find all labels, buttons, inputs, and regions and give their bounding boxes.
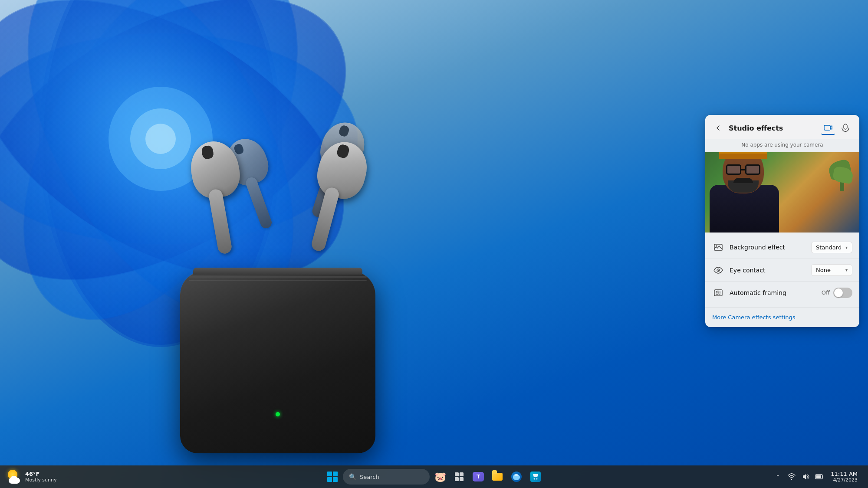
weather-description: Mostly sunny	[25, 477, 56, 483]
wifi-icon-button[interactable]	[786, 471, 798, 483]
svg-rect-27	[460, 477, 464, 481]
panel-title: Studio effects	[729, 124, 817, 132]
more-settings-link[interactable]: More Camera effects settings	[712, 314, 795, 321]
back-button[interactable]	[712, 122, 724, 134]
svg-rect-15	[824, 125, 830, 130]
svg-rect-26	[455, 477, 459, 481]
wifi-icon	[788, 473, 796, 480]
task-view-icon	[454, 472, 464, 481]
task-view-button[interactable]	[450, 468, 468, 485]
desktop: Studio effects No apps are	[0, 0, 868, 488]
battery-icon	[815, 474, 824, 479]
eye-contact-value: None	[816, 267, 831, 273]
taskbar: 46°F Mostly sunny 🔍 Sea	[0, 465, 868, 488]
taskbar-center: 🔍 Search 🐷 T	[324, 468, 544, 485]
svg-point-28	[534, 478, 535, 480]
airpods-buds	[182, 132, 373, 280]
automatic-framing-off-label: Off	[822, 289, 830, 296]
background-effect-row: Background effect Standard ▾	[705, 236, 859, 259]
airpods-case	[180, 271, 375, 453]
toggle-knob	[834, 288, 843, 297]
svg-rect-16	[844, 124, 847, 129]
volume-icon-button[interactable]	[799, 471, 812, 483]
camera-icon-button[interactable]	[821, 121, 835, 135]
file-explorer-button[interactable]	[489, 468, 506, 485]
weather-temperature: 46°F	[25, 471, 56, 477]
panel-header: Studio effects	[705, 115, 859, 139]
svg-rect-25	[460, 472, 464, 476]
search-bar[interactable]: 🔍 Search	[343, 469, 430, 485]
game-icon-button[interactable]: 🐷	[431, 468, 449, 485]
background-effect-dropdown[interactable]: Standard ▾	[811, 242, 852, 253]
eye-contact-dropdown[interactable]: None ▾	[811, 264, 852, 276]
store-icon	[530, 472, 541, 482]
eye-contact-icon	[712, 264, 724, 276]
background-effect-label: Background effect	[730, 244, 811, 251]
background-effect-chevron: ▾	[845, 245, 848, 250]
eye-contact-label: Eye contact	[730, 267, 811, 274]
automatic-framing-icon	[712, 287, 724, 299]
pig-icon: 🐷	[434, 472, 446, 482]
header-icons	[821, 121, 852, 135]
search-label: Search	[360, 474, 379, 480]
edge-button[interactable]	[508, 468, 525, 485]
chevron-up-icon: ^	[776, 474, 780, 480]
svg-rect-32	[816, 475, 821, 478]
battery-icon-button[interactable]	[813, 471, 825, 483]
volume-icon	[802, 473, 809, 480]
search-icon: 🔍	[349, 473, 356, 480]
automatic-framing-toggle[interactable]	[833, 288, 852, 298]
settings-section: Background effect Standard ▾ Eye contact	[705, 233, 859, 307]
automatic-framing-row: Automatic framing Off	[705, 281, 859, 304]
eye-contact-chevron: ▾	[845, 268, 848, 272]
taskbar-right: ^	[772, 469, 861, 485]
file-explorer-icon	[492, 473, 503, 481]
start-button[interactable]	[324, 468, 341, 485]
led-indicator	[276, 412, 280, 416]
camera-preview	[705, 152, 859, 233]
windows-logo	[327, 472, 338, 482]
automatic-framing-label: Automatic framing	[730, 289, 822, 296]
svg-point-23	[717, 292, 719, 294]
background-effect-icon	[712, 241, 724, 253]
microphone-icon-button[interactable]	[838, 121, 852, 135]
svg-point-30	[791, 479, 792, 480]
no-camera-notice: No apps are using your camera	[705, 139, 859, 152]
svg-point-14	[145, 124, 176, 154]
more-settings-section: More Camera effects settings	[705, 307, 859, 327]
taskbar-left: 46°F Mostly sunny	[7, 469, 56, 485]
svg-rect-24	[455, 472, 459, 476]
teams-button[interactable]: T	[470, 468, 487, 485]
studio-effects-panel: Studio effects No apps are	[705, 115, 859, 327]
teams-icon: T	[473, 472, 484, 481]
weather-widget[interactable]: 46°F Mostly sunny	[7, 469, 56, 485]
svg-point-18	[716, 246, 717, 247]
background-effect-value: Standard	[816, 244, 842, 251]
svg-point-20	[718, 269, 719, 270]
tray-chevron-button[interactable]: ^	[772, 471, 784, 483]
weather-text: 46°F Mostly sunny	[25, 471, 56, 483]
airpods-image	[130, 158, 425, 453]
store-button[interactable]	[527, 468, 544, 485]
clock-time: 11:11 AM	[831, 471, 858, 477]
clock-date: 4/27/2023	[833, 477, 858, 483]
clock-area[interactable]: 11:11 AM 4/27/2023	[827, 469, 861, 485]
edge-icon	[511, 472, 522, 482]
eye-contact-row: Eye contact None ▾	[705, 259, 859, 281]
svg-point-29	[536, 478, 538, 480]
search-taskbar[interactable]: 🔍 Search	[343, 468, 430, 485]
